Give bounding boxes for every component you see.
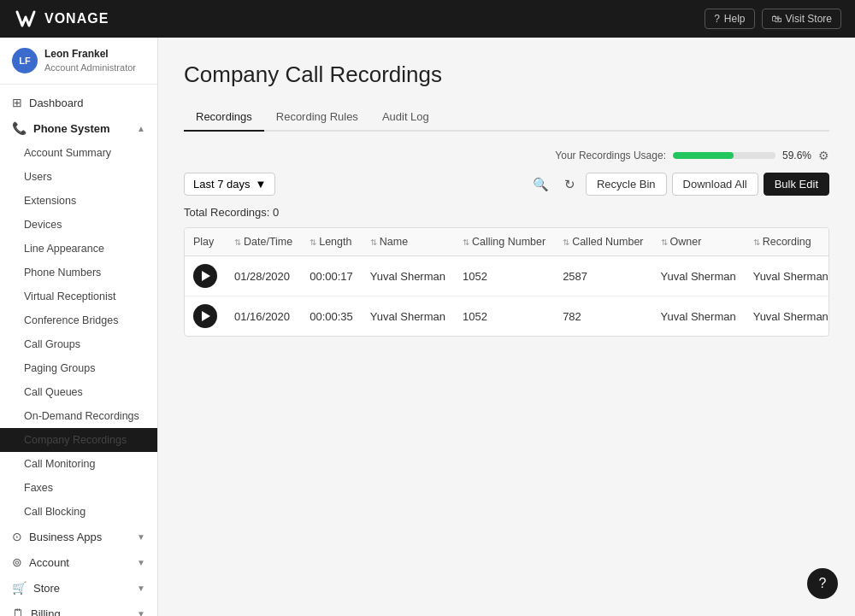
col-header-recording[interactable]: ⇅Recording	[745, 228, 829, 256]
tabs-bar: RecordingsRecording RulesAudit Log	[184, 103, 829, 132]
sidebar-item-phone-system[interactable]: 📞 Phone System ▲	[0, 115, 157, 141]
tab-recording-rules[interactable]: Recording Rules	[264, 103, 370, 132]
chevron-down-icon-apps: ▼	[137, 532, 145, 542]
sidebar-item-call-monitoring[interactable]: Call Monitoring	[0, 452, 157, 476]
search-icon: 🔍	[533, 177, 549, 191]
sidebar-item-billing[interactable]: 🗒 Billing ▼	[0, 601, 157, 616]
sort-icon: ⇅	[463, 238, 469, 247]
sidebar-item-extensions[interactable]: Extensions	[0, 189, 157, 213]
help-fab-icon: ?	[819, 576, 827, 591]
sidebar-item-faxes[interactable]: Faxes	[0, 476, 157, 500]
apps-icon: ⊙	[12, 530, 22, 543]
main-content: Company Call Recordings RecordingsRecord…	[158, 38, 855, 616]
play-button-1[interactable]	[193, 304, 217, 328]
col-header-name[interactable]: ⇅Name	[362, 228, 454, 256]
recordings-table-wrapper: Play⇅Date/Time⇅Length⇅Name⇅Calling Numbe…	[184, 227, 829, 337]
recordings-table: Play⇅Date/Time⇅Length⇅Name⇅Calling Numbe…	[185, 228, 829, 336]
user-name: Leon Frankel	[44, 48, 136, 62]
calling-number-cell-0: 1052	[454, 256, 554, 296]
sidebar-item-conference-bridges[interactable]: Conference Bridges	[0, 308, 157, 332]
play-button-0[interactable]	[193, 264, 217, 288]
table-row: 01/28/202000:00:17Yuval Sherman10522587Y…	[185, 256, 829, 296]
col-header-called-number[interactable]: ⇅Called Number	[554, 228, 652, 256]
sidebar-item-dashboard[interactable]: ⊞ Dashboard	[0, 90, 157, 115]
page-title: Company Call Recordings	[184, 62, 829, 88]
date-filter-label: Last 7 days	[193, 178, 251, 191]
col-header-date/time[interactable]: ⇅Date/Time	[226, 228, 301, 256]
user-role: Account Administrator	[44, 62, 136, 73]
toolbar-left: Last 7 days ▼	[184, 173, 275, 196]
sidebar: LF Leon Frankel Account Administrator ⊞ …	[0, 38, 158, 616]
sidebar-item-store[interactable]: 🛒 Store ▼	[0, 575, 157, 601]
billing-icon: 🗒	[12, 607, 24, 616]
tab-audit-log[interactable]: Audit Log	[370, 103, 441, 132]
date-filter-button[interactable]: Last 7 days ▼	[184, 173, 275, 196]
sidebar-item-line-appearance[interactable]: Line Appearance	[0, 237, 157, 261]
toolbar-right: 🔍 ↻ Recycle Bin Download All Bulk Edit	[528, 173, 829, 196]
refresh-icon: ↻	[564, 177, 575, 191]
sort-icon: ⇅	[234, 238, 241, 247]
calling-number-cell-1: 1052	[454, 296, 554, 337]
sidebar-item-company-recordings[interactable]: Company Recordings	[0, 428, 157, 452]
col-header-owner[interactable]: ⇅Owner	[652, 228, 745, 256]
usage-bar-fill	[673, 152, 734, 159]
sidebar-business-label: Business Apps	[29, 531, 102, 543]
table-head: Play⇅Date/Time⇅Length⇅Name⇅Calling Numbe…	[185, 228, 829, 256]
help-label: Help	[724, 13, 746, 25]
user-section: LF Leon Frankel Account Administrator	[0, 38, 157, 85]
sidebar-item-call-groups[interactable]: Call Groups	[0, 332, 157, 356]
sidebar-item-users[interactable]: Users	[0, 165, 157, 189]
sidebar-item-business-apps[interactable]: ⊙ Business Apps ▼	[0, 524, 157, 549]
sidebar-billing-label: Billing	[31, 607, 61, 617]
download-all-button[interactable]: Download All	[672, 173, 758, 196]
sidebar-subitems: Account SummaryUsersExtensionsDevicesLin…	[0, 141, 157, 524]
owner-cell-0: Yuval Sherman	[652, 256, 745, 296]
col-header-calling-number[interactable]: ⇅Calling Number	[454, 228, 554, 256]
sort-icon: ⇅	[563, 238, 569, 247]
sidebar-item-virtual-receptionist[interactable]: Virtual Receptionist	[0, 285, 157, 308]
dashboard-icon: ⊞	[12, 96, 22, 109]
sidebar-item-call-blocking[interactable]: Call Blocking	[0, 500, 157, 524]
called-number-cell-0: 2587	[554, 256, 652, 296]
tab-recordings[interactable]: Recordings	[184, 103, 264, 132]
chevron-down-icon-store: ▼	[137, 584, 145, 593]
refresh-button[interactable]: ↻	[559, 173, 581, 196]
toolbar: Last 7 days ▼ 🔍 ↻ Recycle Bin Download A…	[184, 173, 829, 196]
gear-icon[interactable]: ⚙	[818, 149, 829, 162]
sidebar-item-account[interactable]: ⊚ Account ▼	[0, 549, 157, 575]
sidebar-item-devices[interactable]: Devices	[0, 213, 157, 237]
length-cell-1: 00:00:35	[301, 296, 362, 337]
chevron-up-icon: ▲	[137, 124, 145, 133]
top-nav: VONAGE ? Help 🛍 Visit Store	[0, 0, 855, 38]
table-header-row: Play⇅Date/Time⇅Length⇅Name⇅Calling Numbe…	[185, 228, 829, 256]
recycle-bin-button[interactable]: Recycle Bin	[586, 173, 667, 196]
sidebar-item-phone-numbers[interactable]: Phone Numbers	[0, 261, 157, 285]
name-cell-1: Yuval Sherman	[362, 296, 454, 337]
table-row: 01/16/202000:00:35Yuval Sherman1052782Yu…	[185, 296, 829, 337]
user-info: Leon Frankel Account Administrator	[44, 48, 136, 73]
store-nav-icon: 🛒	[12, 581, 27, 595]
sidebar-item-call-queues[interactable]: Call Queues	[0, 380, 157, 404]
play-cell-1	[185, 296, 226, 337]
visit-store-button[interactable]: 🛍 Visit Store	[762, 9, 841, 29]
main-layout: LF Leon Frankel Account Administrator ⊞ …	[0, 38, 855, 616]
sidebar-account-label: Account	[29, 556, 69, 569]
recording-cell-0: Yuval Sherman	[745, 256, 829, 296]
sidebar-item-paging-groups[interactable]: Paging Groups	[0, 356, 157, 380]
bulk-edit-button[interactable]: Bulk Edit	[764, 173, 829, 196]
sidebar-item-account-summary[interactable]: Account Summary	[0, 141, 157, 165]
search-button[interactable]: 🔍	[528, 173, 554, 196]
total-recordings-label: Total Recordings: 0	[184, 206, 829, 219]
vonage-wordmark: VONAGE	[44, 11, 109, 26]
help-button[interactable]: ? Help	[705, 9, 754, 29]
account-icon: ⊚	[12, 555, 22, 569]
usage-label: Your Recordings Usage:	[555, 150, 666, 161]
help-fab-button[interactable]: ?	[807, 568, 838, 599]
col-header-length[interactable]: ⇅Length	[301, 228, 362, 256]
sidebar-dashboard-label: Dashboard	[29, 97, 84, 109]
sidebar-item-on-demand-recordings[interactable]: On-Demand Recordings	[0, 404, 157, 428]
sort-icon: ⇅	[661, 238, 668, 247]
chevron-down-icon-filter: ▼	[256, 178, 267, 191]
usage-section: Your Recordings Usage: 59.6% ⚙	[184, 149, 829, 162]
col-header-play: Play	[185, 228, 226, 256]
